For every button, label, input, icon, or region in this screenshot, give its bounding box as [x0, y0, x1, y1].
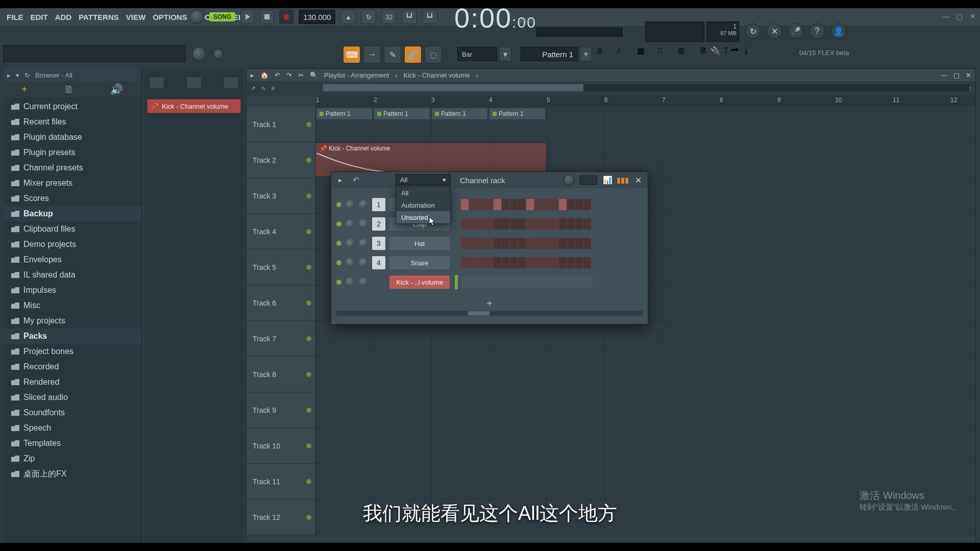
- browser-item[interactable]: Rendered: [3, 374, 141, 390]
- track-mute-dot[interactable]: [306, 229, 311, 234]
- track-mute-dot[interactable]: [306, 158, 311, 163]
- countdown-icon[interactable]: ↻: [361, 10, 376, 24]
- channel-slot-number[interactable]: 3: [372, 237, 385, 250]
- track-header[interactable]: Track 9: [247, 392, 316, 428]
- step-cell[interactable]: [551, 199, 558, 210]
- download-icon[interactable]: ⭳: [742, 46, 750, 56]
- step-cell[interactable]: [583, 257, 591, 268]
- step-cell[interactable]: [477, 257, 485, 268]
- track-header[interactable]: Track 12: [247, 499, 316, 535]
- step-cell[interactable]: [510, 238, 518, 249]
- user-icon[interactable]: 👤: [831, 23, 846, 39]
- step-cell[interactable]: [567, 238, 575, 249]
- step-cell[interactable]: [584, 277, 592, 288]
- rack-menu-icon[interactable]: ▸: [335, 175, 346, 185]
- menu-patterns[interactable]: PATTERNS: [75, 13, 122, 21]
- channel-pan-knob[interactable]: [346, 258, 355, 267]
- window-close-icon[interactable]: ✕: [970, 12, 976, 20]
- step-cell[interactable]: [551, 238, 558, 249]
- step-cell[interactable]: [543, 238, 550, 249]
- rack-close-icon[interactable]: ✕: [633, 176, 644, 185]
- step-cell[interactable]: [543, 199, 550, 210]
- step-cell[interactable]: [543, 257, 550, 268]
- step-cell[interactable]: [534, 257, 542, 268]
- channel-pan-knob[interactable]: [346, 239, 355, 248]
- channel-filter-selector[interactable]: All ▾: [396, 174, 451, 185]
- track-header[interactable]: Track 2: [247, 142, 316, 178]
- step-cell[interactable]: [567, 257, 575, 268]
- playlist-hscroll[interactable]: [323, 84, 969, 91]
- window-maximize-icon[interactable]: ▢: [956, 12, 963, 20]
- track-lane[interactable]: Pattern 1Pattern 1Pattern 1Pattern 1: [316, 107, 975, 142]
- track-mute-dot[interactable]: [306, 300, 311, 306]
- browser-item[interactable]: My projects: [3, 313, 141, 329]
- step-cell[interactable]: [518, 218, 526, 230]
- step-cell[interactable]: [502, 199, 509, 210]
- browser-item[interactable]: Demo projects: [3, 237, 141, 252]
- step-cell[interactable]: [551, 257, 558, 268]
- pl-max-icon[interactable]: ▢: [953, 71, 960, 79]
- step-cell[interactable]: [502, 257, 509, 268]
- step-cell[interactable]: [510, 199, 518, 210]
- pl-min-icon[interactable]: —: [941, 71, 947, 79]
- track-header[interactable]: Track 3: [247, 178, 316, 213]
- channel-enable-led[interactable]: [336, 202, 341, 207]
- channel-pan-knob[interactable]: [346, 200, 355, 209]
- track-header[interactable]: Track 5: [247, 249, 316, 285]
- song-position-slider[interactable]: [536, 28, 623, 37]
- track-header[interactable]: Track 7: [247, 321, 316, 356]
- song-position-display[interactable]: 0:00:00: [454, 2, 536, 34]
- step-cell[interactable]: [469, 218, 477, 230]
- channel-slot-number[interactable]: 2: [372, 217, 385, 231]
- browser-item[interactable]: Project bones: [3, 344, 141, 359]
- step-cell[interactable]: [551, 218, 558, 230]
- pattern-clip[interactable]: Pattern 1: [316, 108, 373, 120]
- pl-tool-slice-icon[interactable]: ≡: [271, 85, 275, 92]
- step-cell[interactable]: [510, 218, 518, 230]
- step-cell[interactable]: [567, 218, 575, 230]
- step-cell[interactable]: [527, 277, 535, 288]
- playlist-view-icon[interactable]: ≣: [596, 46, 614, 63]
- step-cell[interactable]: [485, 199, 493, 210]
- step-cell[interactable]: [583, 238, 591, 249]
- step-cell[interactable]: [485, 257, 493, 268]
- track-lane[interactable]: [316, 357, 975, 392]
- track-mute-dot[interactable]: [306, 443, 311, 448]
- help-icon[interactable]: ?: [810, 23, 825, 39]
- step-cell[interactable]: [494, 218, 501, 230]
- browser-item[interactable]: IL shared data: [3, 267, 141, 283]
- track-mute-dot[interactable]: [306, 479, 311, 484]
- small-knob[interactable]: [213, 49, 224, 59]
- picker-marker-icon[interactable]: [186, 77, 202, 89]
- midi-icon[interactable]: 🎤: [788, 23, 803, 39]
- step-cell[interactable]: [502, 218, 509, 230]
- menu-edit[interactable]: EDIT: [27, 13, 52, 21]
- step-cell[interactable]: [560, 277, 568, 288]
- picker-grid-icon[interactable]: [149, 77, 164, 89]
- channel-vol-knob[interactable]: [359, 239, 368, 248]
- browser-item[interactable]: Templates: [3, 436, 141, 451]
- rack-hscroll[interactable]: [336, 311, 643, 316]
- step-cell[interactable]: [526, 257, 534, 268]
- track-lane[interactable]: [316, 428, 975, 463]
- step-cell[interactable]: [568, 277, 576, 288]
- step-cell[interactable]: [559, 199, 567, 210]
- track-header[interactable]: Track 11: [247, 464, 316, 499]
- collapse-icon[interactable]: ▸: [7, 71, 11, 79]
- browser-item[interactable]: 桌面上的FX: [3, 466, 141, 482]
- browser-item[interactable]: Plugin database: [3, 130, 141, 145]
- track-mute-dot[interactable]: [306, 193, 311, 198]
- channel-enable-led[interactable]: [336, 260, 341, 265]
- live-icon[interactable]: ◌: [425, 46, 442, 63]
- step-edit-icon[interactable]: ┗┛: [422, 10, 437, 24]
- pattern-add-button[interactable]: +: [580, 47, 592, 61]
- channel-vol-knob[interactable]: [359, 219, 368, 229]
- step-cell[interactable]: [518, 257, 526, 268]
- step-cell[interactable]: [510, 257, 518, 268]
- track-mute-dot[interactable]: [306, 408, 311, 413]
- browser-item[interactable]: Clipboard files: [3, 221, 141, 237]
- step-cell[interactable]: [567, 199, 575, 210]
- step-cell[interactable]: [478, 277, 486, 288]
- song-pat-toggle[interactable]: SONG: [209, 12, 235, 21]
- step-cell[interactable]: [575, 199, 583, 210]
